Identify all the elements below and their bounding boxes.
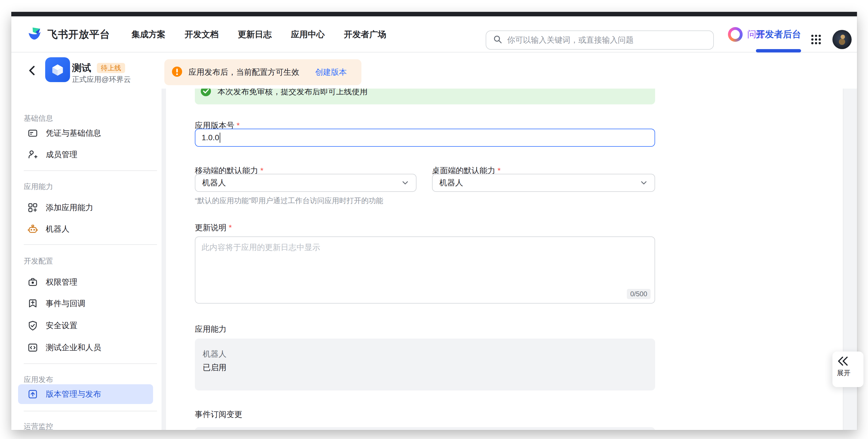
app-header: 测试 待上线 正式应用@环界云 应用发布后，当前配置方可生效 创建版本: [11, 53, 857, 89]
apps-grid-icon[interactable]: [810, 34, 822, 45]
id-card-icon: [27, 128, 38, 139]
desktop-capability-select[interactable]: 机器人: [432, 174, 655, 192]
nav-item-docs[interactable]: 开发文档: [185, 29, 219, 40]
chevron-down-icon: [401, 179, 409, 187]
status-badge: 待上线: [97, 63, 125, 73]
briefcase-lock-icon: [27, 276, 38, 288]
code-icon: [27, 342, 38, 353]
sidebar-divider: [24, 244, 157, 245]
publish-alert-banner: 应用发布后，当前配置方可生效 创建版本: [164, 59, 362, 85]
main-content: 本次发布免审核，提交发布后即可上线使用 应用版本号* 1.0.0 移动端的默认能…: [166, 89, 843, 430]
sidebar-item-label: 机器人: [46, 224, 69, 234]
success-banner-text: 本次发布免审核，提交发布后即可上线使用: [217, 89, 368, 97]
nav-item-changelog[interactable]: 更新日志: [238, 29, 272, 40]
sidebar-item-label: 凭证与基础信息: [46, 128, 101, 138]
capability-summary-box: [195, 339, 655, 391]
app-name: 测试: [72, 62, 91, 74]
active-tab-indicator: [756, 49, 801, 53]
capability-helper-text: “默认的应用功能”即用户通过工作台访问应用时打开的功能: [195, 196, 383, 206]
check-circle-icon: [200, 89, 211, 98]
window-chrome-bar: [11, 12, 857, 16]
bookmark-add-icon: [27, 298, 38, 309]
app-window: 飞书开放平台 集成方案 开发文档 更新日志 应用中心 开发者广场 问答 开发者后…: [11, 12, 857, 430]
qa-ring-icon: [728, 27, 743, 42]
events-summary-box: [195, 427, 655, 430]
sidebar-divider: [24, 170, 157, 171]
sidebar-item-label: 事件与回调: [46, 298, 85, 309]
events-section-title: 事件订阅变更: [195, 409, 242, 420]
capability-name: 机器人: [203, 349, 226, 360]
capability-status: 已启用: [203, 362, 226, 373]
grid-add-icon: [27, 202, 38, 213]
sidebar-item-label: 权限管理: [46, 277, 78, 288]
changelog-field: 0/500: [195, 236, 655, 304]
nav-item-dev-plaza[interactable]: 开发者广场: [344, 29, 386, 40]
sidebar-item-security[interactable]: 安全设置: [27, 316, 153, 335]
sidebar-item-label: 版本管理与发布: [46, 389, 101, 400]
alert-text: 应用发布后，当前配置方可生效: [189, 67, 299, 77]
sidebar-item-members[interactable]: 成员管理: [27, 145, 153, 165]
sidebar-item-label: 安全设置: [46, 320, 78, 331]
nav-menu: 集成方案 开发文档 更新日志 应用中心 开发者广场: [132, 16, 386, 53]
developer-console-tab[interactable]: 开发者后台: [756, 16, 801, 53]
feishu-logo-icon: [27, 25, 43, 43]
capability-section-title: 应用能力: [195, 324, 226, 335]
version-value: 1.0.0: [202, 133, 219, 142]
sidebar-divider: [24, 363, 157, 364]
global-search[interactable]: [486, 31, 714, 49]
select-value: 机器人: [439, 177, 463, 188]
chevron-down-icon: [640, 179, 648, 187]
required-mark: *: [229, 223, 232, 232]
sidebar-section-release: 应用发布: [24, 375, 53, 384]
sidebar-item-label: 成员管理: [46, 149, 78, 160]
user-add-icon: [27, 149, 38, 160]
brand-name: 飞书开放平台: [48, 28, 110, 41]
double-chevron-left-icon: [837, 356, 849, 367]
sidebar-scrollbar[interactable]: [161, 89, 166, 430]
sidebar-item-permissions[interactable]: 权限管理: [27, 272, 153, 292]
sidebar-section-capabilities: 应用能力: [24, 182, 53, 192]
app-icon: [45, 57, 70, 82]
avatar[interactable]: [832, 30, 851, 49]
sidebar-item-events[interactable]: 事件与回调: [27, 294, 153, 313]
expand-label: 展开: [837, 368, 850, 377]
nav-item-app-center[interactable]: 应用中心: [291, 29, 325, 40]
shield-check-icon: [27, 320, 38, 331]
sidebar-item-credentials[interactable]: 凭证与基础信息: [27, 123, 153, 143]
sidebar-item-test-company[interactable]: 测试企业和人员: [27, 338, 153, 358]
sidebar-section-monitoring: 运营监控: [24, 421, 53, 431]
mobile-capability-select[interactable]: 机器人: [195, 174, 416, 192]
create-version-link[interactable]: 创建版本: [315, 67, 347, 77]
changelog-label: 更新说明*: [195, 222, 232, 233]
app-subtitle: 正式应用@环界云: [72, 74, 131, 85]
select-value: 机器人: [202, 177, 226, 188]
robot-icon: [27, 224, 38, 235]
text-caret: [220, 133, 220, 143]
back-button[interactable]: [26, 64, 38, 77]
sidebar-item-label: 测试企业和人员: [46, 342, 101, 353]
upload-icon: [27, 389, 38, 400]
top-nav: 飞书开放平台 集成方案 开发文档 更新日志 应用中心 开发者广场 问答 开发者后…: [11, 16, 857, 53]
sidebar-section-dev-config: 开发配置: [24, 256, 53, 266]
search-icon: [493, 35, 503, 45]
sidebar-item-add-capability[interactable]: 添加应用能力: [27, 198, 153, 217]
nav-item-integration[interactable]: 集成方案: [132, 29, 165, 40]
sidebar: 基础信息 凭证与基础信息 成员管理 应用能力 添加应用能力: [11, 89, 164, 430]
sidebar-item-bot[interactable]: 机器人: [27, 219, 153, 239]
success-banner: 本次发布免审核，提交发布后即可上线使用: [195, 89, 655, 104]
sidebar-section-basic-info: 基础信息: [24, 113, 53, 123]
warning-icon: [172, 66, 182, 78]
sidebar-item-label: 添加应用能力: [46, 202, 93, 213]
changelog-textarea[interactable]: [195, 236, 655, 304]
sidebar-divider: [24, 411, 157, 411]
search-input[interactable]: [507, 36, 707, 44]
version-input[interactable]: 1.0.0: [195, 129, 655, 147]
expand-panel-button[interactable]: 展开: [832, 351, 864, 387]
brand[interactable]: 飞书开放平台: [27, 16, 110, 53]
char-counter: 0/500: [627, 289, 651, 299]
sidebar-item-version-release[interactable]: 版本管理与发布: [18, 384, 153, 404]
